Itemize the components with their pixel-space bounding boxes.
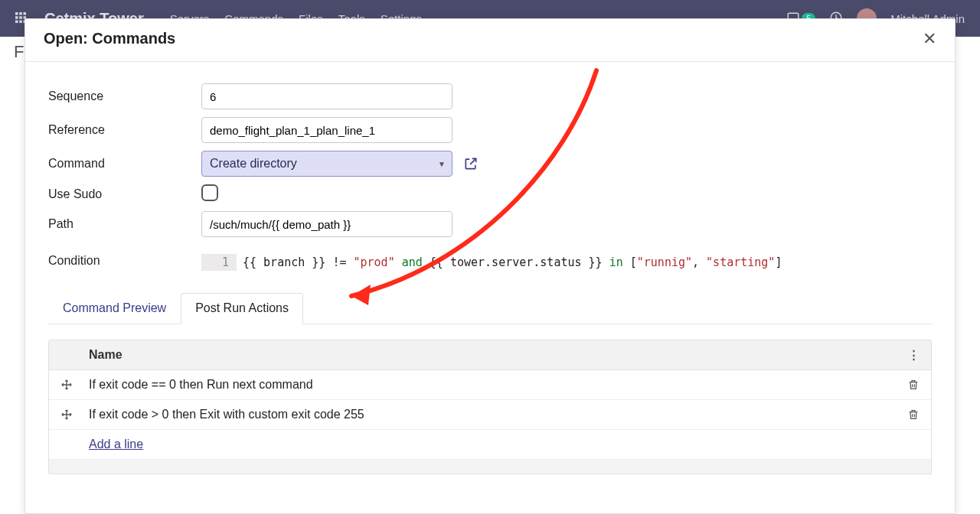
label-use-sudo: Use Sudo <box>48 187 201 201</box>
sequence-input[interactable] <box>201 83 452 109</box>
label-condition: Condition <box>48 254 201 268</box>
modal-title: Open: Commands <box>44 30 175 47</box>
svg-rect-2 <box>24 12 27 15</box>
label-command: Command <box>48 157 201 171</box>
svg-rect-6 <box>15 20 18 23</box>
condition-code[interactable]: {{ branch }} != "prod" and {{ tower.serv… <box>237 254 788 271</box>
drag-handle-icon[interactable] <box>49 370 84 399</box>
table-header: Name ⋮ <box>49 340 931 370</box>
table-footer <box>49 460 931 473</box>
row-name: If exit code == 0 then Run next command <box>84 370 896 399</box>
row-name: If exit code > 0 then Exit with custom e… <box>84 400 896 429</box>
table-row-add: Add a line <box>49 430 931 460</box>
command-select-value: Create directory <box>210 157 297 171</box>
svg-rect-4 <box>19 16 22 19</box>
column-name: Name <box>84 340 896 369</box>
modal: Open: Commands ✕ Sequence Reference Comm… <box>24 18 956 514</box>
condition-editor[interactable]: 1 {{ branch }} != "prod" and {{ tower.se… <box>201 254 932 271</box>
svg-rect-3 <box>15 16 18 19</box>
command-select[interactable]: Create directory ▼ <box>201 151 452 177</box>
actions-table: Name ⋮ If exit code == 0 then Run next c… <box>48 340 932 474</box>
delete-row-icon[interactable] <box>896 400 931 429</box>
line-number: 1 <box>201 254 237 271</box>
table-row[interactable]: If exit code == 0 then Run next command <box>49 370 931 400</box>
tabs: Command Preview Post Run Actions <box>48 292 932 324</box>
label-sequence: Sequence <box>48 89 201 103</box>
path-input[interactable] <box>201 211 452 237</box>
label-reference: Reference <box>48 123 201 137</box>
add-line-link[interactable]: Add a line <box>89 438 143 451</box>
chevron-down-icon: ▼ <box>438 160 446 168</box>
reference-input[interactable] <box>201 117 452 143</box>
drag-handle-icon[interactable] <box>49 400 84 429</box>
table-row[interactable]: If exit code > 0 then Exit with custom e… <box>49 400 931 430</box>
svg-rect-0 <box>15 12 18 15</box>
delete-row-icon[interactable] <box>896 370 931 399</box>
backdrop-letter: F <box>14 42 24 62</box>
svg-rect-1 <box>19 12 22 15</box>
tab-post-run-actions[interactable]: Post Run Actions <box>181 293 303 324</box>
external-link-icon[interactable] <box>463 156 479 171</box>
svg-rect-7 <box>19 20 22 23</box>
tab-command-preview[interactable]: Command Preview <box>48 293 181 324</box>
table-menu-icon[interactable]: ⋮ <box>896 340 931 369</box>
use-sudo-checkbox[interactable] <box>201 184 218 201</box>
label-path: Path <box>48 217 201 231</box>
modal-header: Open: Commands ✕ <box>25 19 955 62</box>
close-icon[interactable]: ✕ <box>923 31 936 47</box>
